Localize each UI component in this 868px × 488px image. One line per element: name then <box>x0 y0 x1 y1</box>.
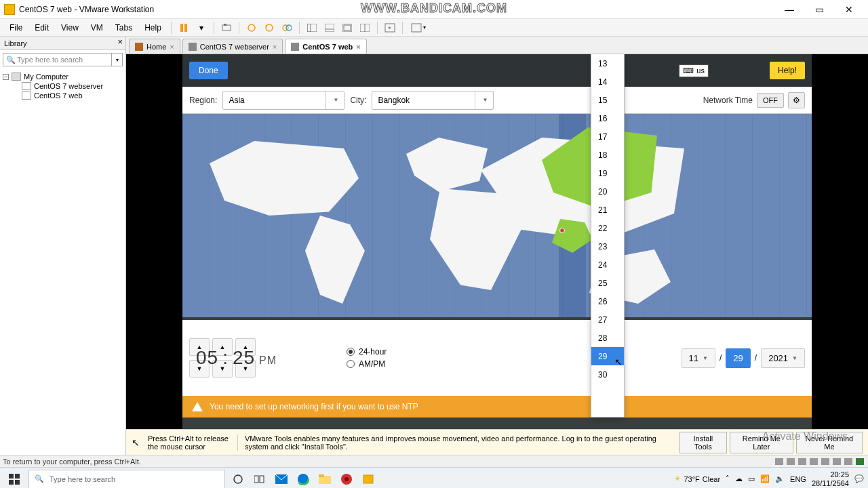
library-close-icon[interactable]: × <box>117 37 123 47</box>
never-remind-button[interactable]: Never Remind Me <box>796 432 863 453</box>
svg-rect-28 <box>319 476 331 484</box>
tab-home[interactable]: Home × <box>129 39 180 54</box>
library-search-input[interactable]: 🔍 Type here to search <box>3 53 112 66</box>
menu-edit[interactable]: Edit <box>29 21 54 35</box>
day-option[interactable]: 23 <box>591 237 624 256</box>
menu-file[interactable]: File <box>4 21 28 35</box>
menu-help[interactable]: Help <box>139 21 167 35</box>
day-option[interactable]: 24 <box>591 256 624 274</box>
day-option[interactable]: 18 <box>591 146 624 164</box>
svg-rect-23 <box>254 476 258 483</box>
day-option[interactable]: 16 <box>591 109 624 127</box>
toolbar-dropdown-icon[interactable]: ▾ <box>193 20 210 35</box>
weather-widget[interactable]: ☀ 73°F Clear <box>674 474 720 483</box>
help-button[interactable]: Help! <box>770 62 805 79</box>
tab-close-icon[interactable]: × <box>170 43 174 51</box>
start-button[interactable] <box>4 469 24 489</box>
tree-item[interactable]: CentOS 7 web <box>3 91 123 100</box>
nettime-toggle[interactable]: OFF <box>757 93 784 108</box>
vmware-icon <box>4 4 15 15</box>
tray-battery-icon[interactable]: ▭ <box>748 474 755 483</box>
explorer-icon[interactable] <box>316 470 334 488</box>
layout1-icon[interactable] <box>304 20 320 35</box>
day-option[interactable]: 22 <box>591 219 624 237</box>
tree-root[interactable]: − My Computer <box>3 72 123 81</box>
day-option[interactable]: 27 <box>591 310 624 329</box>
day-option[interactable]: 20 <box>591 182 624 201</box>
format-24h[interactable]: 24-hour <box>347 347 387 357</box>
day-option[interactable]: 17 <box>591 127 624 146</box>
taskbar-clock[interactable]: 20:25 28/11/2564 <box>812 470 849 487</box>
vm-tab-icon <box>189 43 197 51</box>
nettime-settings-button[interactable]: ⚙ <box>788 92 805 108</box>
tab-vm2[interactable]: CentOS 7 web × <box>285 39 366 54</box>
menu-view[interactable]: View <box>56 21 84 35</box>
snapshot-icon[interactable] <box>218 20 235 35</box>
layout4-icon[interactable] <box>357 20 373 35</box>
day-option[interactable]: 14 <box>591 73 624 91</box>
layout3-icon[interactable] <box>339 20 355 35</box>
vmware-taskbar-icon[interactable] <box>359 470 377 488</box>
month-dropdown[interactable]: 11 ▼ <box>682 348 715 368</box>
tray-volume-icon[interactable]: 🔈 <box>775 474 785 483</box>
ntp-warning: You need to set up networking first if y… <box>182 396 812 418</box>
day-option[interactable]: 30 <box>591 365 624 384</box>
svg-rect-17 <box>412 24 421 32</box>
install-tools-button[interactable]: Install Tools <box>679 432 727 453</box>
region-dropdown[interactable]: Asia ▼ <box>222 91 344 110</box>
tab-vm1[interactable]: CentOS 7 webserver × <box>182 39 283 54</box>
remind-later-button[interactable]: Remind Me Later <box>730 432 793 453</box>
svg-point-26 <box>298 474 309 485</box>
library-search-dd[interactable]: ▾ <box>112 53 123 66</box>
record-icon[interactable] <box>338 470 355 488</box>
edge-icon[interactable] <box>294 470 312 488</box>
tray-lang[interactable]: ENG <box>790 475 806 483</box>
fullscreen-icon[interactable] <box>382 20 398 35</box>
tray-cloud-icon[interactable]: ☁ <box>735 474 743 483</box>
cortana-icon[interactable] <box>229 470 247 488</box>
tab-close-icon[interactable]: × <box>273 43 277 51</box>
chevron-down-icon: ▼ <box>475 92 488 109</box>
day-option[interactable]: 28 <box>591 329 624 347</box>
day-option[interactable]: 15 <box>591 91 624 109</box>
clock-settings-icon[interactable] <box>279 20 295 35</box>
tree-item[interactable]: CentOS 7 webserver <box>3 81 123 91</box>
format-ampm[interactable]: AM/PM <box>347 359 387 369</box>
collapse-icon[interactable]: − <box>3 74 9 80</box>
done-button[interactable]: Done <box>189 62 228 79</box>
clock-back-icon[interactable] <box>261 20 277 35</box>
mail-icon[interactable] <box>273 470 290 488</box>
tray-chevron-icon[interactable]: ˄ <box>726 474 730 483</box>
window-minimize[interactable]: — <box>774 0 804 19</box>
vm-console[interactable]: Done ⌨ us Help! Region: Asia ▼ City: <box>182 54 812 429</box>
computer-icon <box>12 73 21 81</box>
pause-icon[interactable] <box>176 20 192 35</box>
notification-icon[interactable]: 💬 <box>854 474 864 483</box>
city-dropdown[interactable]: Bangkok ▼ <box>372 91 494 110</box>
layout2-icon[interactable] <box>321 20 338 35</box>
day-option[interactable]: 19 <box>591 164 624 182</box>
day-option[interactable]: 29 <box>591 347 624 365</box>
stretch-icon[interactable]: ▾ <box>407 20 430 35</box>
day-option[interactable]: 21 <box>591 201 624 219</box>
day-option[interactable]: 13 <box>591 54 624 73</box>
keyboard-indicator[interactable]: ⌨ us <box>679 64 709 77</box>
clock-orange-icon[interactable] <box>243 20 260 35</box>
timezone-map[interactable] <box>182 114 812 317</box>
menu-vm[interactable]: VM <box>85 21 108 35</box>
day-dropdown[interactable]: 29 <box>726 348 750 368</box>
cursor-hint-icon: ↖ <box>132 437 140 448</box>
window-maximize[interactable]: ▭ <box>804 0 834 19</box>
day-option[interactable]: 26 <box>591 292 624 310</box>
day-option[interactable]: 25 <box>591 274 624 292</box>
window-close[interactable]: ✕ <box>834 0 864 19</box>
tab-close-icon[interactable]: × <box>356 43 360 51</box>
day-dropdown-list[interactable]: 131415161718192021222324252627282930 <box>591 54 625 418</box>
taskbar-search-input[interactable]: 🔍 Type here to search <box>28 470 225 489</box>
status-device-icons[interactable] <box>775 458 864 465</box>
tray-wifi-icon[interactable]: 📶 <box>760 474 770 483</box>
svg-rect-24 <box>260 476 264 483</box>
year-dropdown[interactable]: 2021 ▼ <box>761 348 805 368</box>
menu-tabs[interactable]: Tabs <box>110 21 138 35</box>
taskview-icon[interactable] <box>251 470 269 488</box>
